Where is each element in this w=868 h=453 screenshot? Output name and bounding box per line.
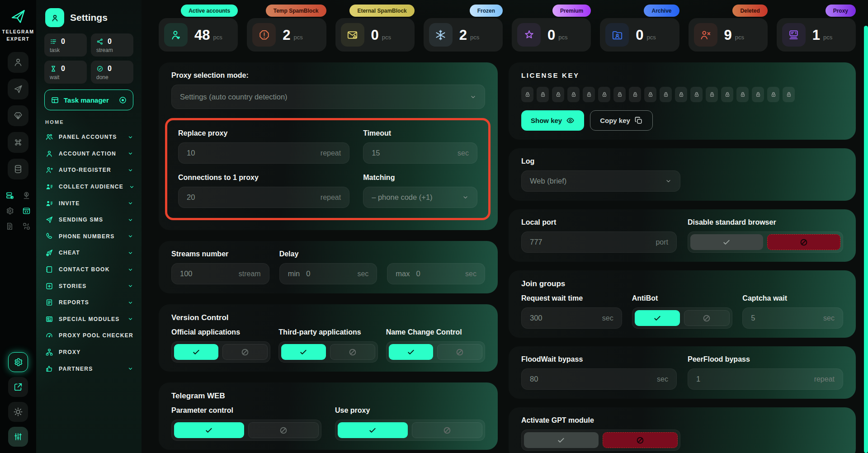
rail-shortcuts-button[interactable] [8,132,28,153]
sidebar-item-phone-numbers[interactable]: PHONE NUMBERS [45,228,133,245]
show-key-button[interactable]: Show key [521,110,584,131]
chevron-down-icon [127,217,133,223]
status-card-body[interactable]: 48 pcs [159,18,238,52]
status-card-body[interactable]: 2 pcs [247,18,326,52]
copy-key-label: Copy key [600,117,630,124]
sidebar-item-auto-register[interactable]: AUTO-REGISTER [45,162,133,179]
rail-theme-button[interactable] [8,402,28,422]
rail-settings-button[interactable] [8,352,28,372]
sidebar-item-account-action[interactable]: ACCOUNT ACTION [45,146,133,162]
rail-sending-button[interactable] [8,79,28,99]
deny-button[interactable] [330,344,375,360]
allow-button[interactable] [690,234,763,250]
sidebar-item-stories[interactable]: STORIES [45,278,133,294]
allow-button[interactable] [635,310,680,326]
status-badge: Frozen [470,5,503,17]
sidebar-item-partners[interactable]: PARTNERS [45,360,133,377]
log-select[interactable]: Web (brief) [521,170,680,192]
floodwait-input[interactable]: 80 sec [521,368,677,390]
page-scrollbar[interactable] [864,26,868,453]
delay-max-input[interactable]: max 0 sec [387,263,485,284]
streams-label: Streams number [171,250,269,259]
rail-premium-button[interactable] [8,105,28,126]
sidebar-item-collect-audience[interactable]: COLLECT AUDIENCE [45,179,133,195]
deny-button[interactable] [437,344,482,360]
status-card-body[interactable]: 0 pcs [512,18,591,52]
allow-button[interactable] [174,344,218,360]
local-port-input[interactable]: 777 port [521,231,677,253]
allow-button[interactable] [389,344,433,360]
allow-button[interactable] [281,344,326,360]
diamond-icon [13,111,23,121]
replace-proxy-label: Replace proxy [178,129,349,138]
matching-label: Matching [363,174,477,182]
streams-input[interactable]: 100 stream [171,263,269,284]
proxy-mode-value: Settings (auto country detection) [180,93,288,101]
proxy-mode-select[interactable]: Settings (auto country detection) [171,85,485,109]
status-card-body[interactable]: 2 pcs [424,18,503,52]
toggle-use-proxy [335,420,485,441]
deny-button[interactable] [412,422,483,438]
doc-check-icon[interactable] [5,222,14,231]
swap-icon[interactable] [22,222,31,231]
allow-button[interactable] [338,422,408,438]
connections-input[interactable]: 20 repeat [178,187,349,208]
code-window-icon[interactable] [22,207,31,215]
allow-button[interactable] [524,432,599,448]
allow-button[interactable] [174,422,244,438]
rail-filters-button[interactable] [8,427,28,447]
sidebar-item-invite[interactable]: INVITE [45,195,133,212]
status-unit: pcs [735,34,744,42]
sidebar-item-proxy-pool-checker[interactable]: PROXY POOL CHECKER [45,327,133,344]
proxy-mode-label: Proxy selection mode: [171,71,485,80]
sidebar-item-contact-book[interactable]: CONTACT BOOK [45,261,133,278]
request-wait-input[interactable]: 300 sec [521,307,622,329]
chevron-down-icon [127,316,133,322]
deny-button[interactable] [603,432,678,448]
field-suffix: sec [598,314,613,322]
phone-icon [45,232,53,241]
sidebar-item-cheat[interactable]: CHEAT [45,245,133,261]
sidebar-items: PANEL ACCOUNTS ACCOUNT ACTION AUTO-REGIS… [45,129,133,377]
deny-button[interactable] [767,234,841,250]
rail-external-button[interactable] [8,377,28,397]
status-card-deleted: Deleted 9 pcs [689,5,768,52]
request-wait-group: Request wait time 300 sec [521,294,622,329]
field-suffix: sec [453,149,469,157]
status-card-body[interactable]: 0 pcs [335,18,415,52]
deny-button[interactable] [248,422,319,438]
matching-select[interactable]: – phone code (+1) [363,187,477,208]
sidebar-item-special-modules[interactable]: SPECIAL MODULES [45,311,133,328]
status-card-body[interactable]: 9 pcs [689,18,768,52]
rail-accounts-button[interactable] [8,52,28,73]
floodwait-label: FloodWait bypass [521,355,677,364]
field-prefix: min [288,269,300,278]
gpt-module-toggle [521,429,680,451]
deny-button[interactable] [684,310,730,326]
settings-avatar [45,8,64,27]
captcha-wait-input[interactable]: 5 sec [742,307,843,329]
sidebar-section-home[interactable]: HOME [45,119,133,125]
sidebar-item-proxy[interactable]: PROXY [45,344,133,361]
rail-database-button[interactable] [8,159,28,179]
person-cam-icon[interactable] [22,191,31,200]
counter-label: stream [96,47,128,53]
sidebar-item-reports[interactable]: REPORTS [45,294,133,311]
toggle-group-official-applications: Official applications [171,328,270,363]
status-card-body[interactable]: 1 pcs [777,18,856,52]
timeout-input[interactable]: 15 sec [363,142,477,164]
server-check-icon[interactable] [5,191,14,200]
peerflood-input[interactable]: 1 repeat [688,368,843,390]
check-circle-icon [96,65,104,72]
deny-button[interactable] [222,344,268,360]
sidebar-item-sending-sms[interactable]: SENDING SMS [45,212,133,228]
task-manager-button[interactable]: Task manager [44,90,133,110]
delay-min-input[interactable]: min 0 sec [279,263,377,284]
gear-mini-icon[interactable] [5,207,14,215]
sidebar-item-panel-accounts[interactable]: PANEL ACCOUNTS [45,129,133,146]
copy-key-button[interactable]: Copy key [590,110,653,131]
replace-proxy-input[interactable]: 10 repeat [178,142,349,164]
status-card-body[interactable]: 0 pcs [600,18,679,52]
field-suffix: repeat [316,193,341,202]
external-link-icon [13,382,23,392]
